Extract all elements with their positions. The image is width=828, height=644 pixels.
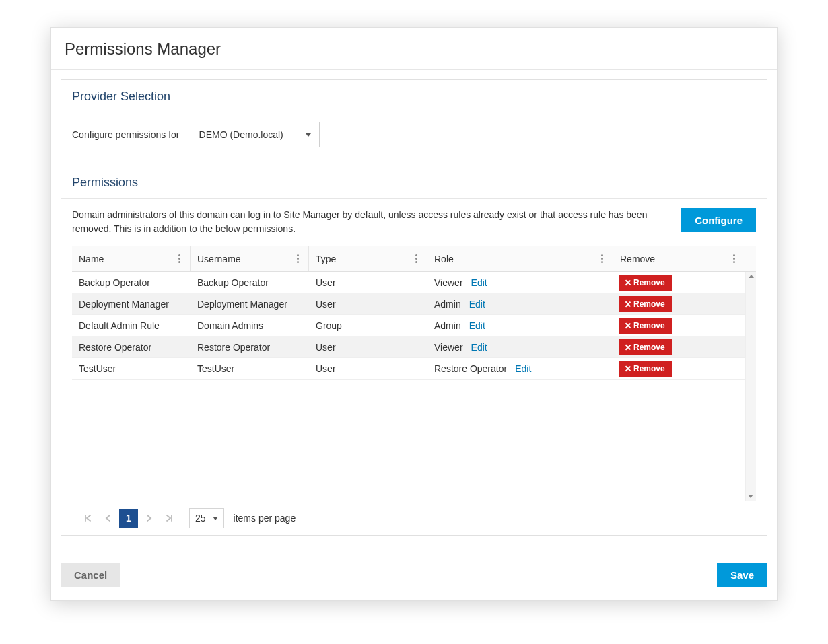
pager-prev-button[interactable] <box>99 509 118 528</box>
body-area: Provider Selection Configure permissions… <box>51 70 777 553</box>
close-icon <box>625 280 631 285</box>
edit-role-link[interactable]: Edit <box>471 277 487 288</box>
configure-button[interactable]: Configure <box>681 208 756 232</box>
grid-scrollbar[interactable] <box>745 272 756 501</box>
scroll-up-icon <box>749 275 754 278</box>
pagination-bar: 1 25 items per page <box>72 501 756 535</box>
cell-name: Restore Operator <box>79 342 151 353</box>
cell-role: Admin <box>434 320 461 331</box>
remove-button[interactable]: Remove <box>619 339 672 355</box>
cell-name: Backup Operator <box>79 277 150 288</box>
table-row: Deployment ManagerDeployment ManagerUser… <box>72 293 756 315</box>
cell-username: Restore Operator <box>197 342 270 353</box>
cancel-button[interactable]: Cancel <box>61 563 120 587</box>
pager-current-page[interactable]: 1 <box>119 509 138 528</box>
page-size-select[interactable]: 25 <box>189 508 224 528</box>
page-size-value: 25 <box>195 513 206 524</box>
grid-header: Name Username Type Role <box>72 246 756 272</box>
column-menu-icon[interactable] <box>413 252 420 266</box>
edit-role-link[interactable]: Edit <box>469 320 485 331</box>
cell-role: Admin <box>434 299 461 310</box>
cell-role: Restore Operator <box>434 363 507 374</box>
col-header-role: Role <box>434 254 598 264</box>
column-menu-icon[interactable] <box>176 252 183 266</box>
col-header-remove: Remove <box>620 254 730 264</box>
col-header-name: Name <box>79 254 176 264</box>
col-header-username: Username <box>197 254 294 264</box>
provider-selection-section: Provider Selection Configure permissions… <box>61 79 767 157</box>
close-icon <box>625 345 631 350</box>
footer: Cancel Save <box>51 553 777 600</box>
close-icon <box>625 301 631 307</box>
remove-button[interactable]: Remove <box>619 275 672 291</box>
cell-username: Domain Admins <box>197 320 263 331</box>
remove-button[interactable]: Remove <box>619 361 672 377</box>
cell-username: TestUser <box>197 363 234 374</box>
provider-label: Configure permissions for <box>72 129 180 140</box>
save-button[interactable]: Save <box>717 563 767 587</box>
table-row: Backup OperatorBackup OperatorUserViewer… <box>72 272 756 293</box>
cell-type: User <box>316 277 336 288</box>
column-menu-icon[interactable] <box>294 252 302 266</box>
cell-type: User <box>316 342 336 353</box>
provider-selection-title: Provider Selection <box>72 90 756 104</box>
remove-button[interactable]: Remove <box>619 318 672 334</box>
provider-selected-value: DEMO (Demo.local) <box>199 129 283 140</box>
permissions-title: Permissions <box>72 176 756 190</box>
pager-first-button[interactable] <box>79 509 98 528</box>
pager-label: items per page <box>234 513 296 524</box>
cell-role: Viewer <box>434 277 463 288</box>
cell-username: Deployment Manager <box>197 299 287 310</box>
pager-next-button[interactable] <box>139 509 158 528</box>
page-title-row: Permissions Manager <box>51 28 777 70</box>
cell-role: Viewer <box>434 342 463 353</box>
scroll-down-icon <box>748 495 753 498</box>
close-icon <box>625 366 631 371</box>
permissions-manager-panel: Permissions Manager Provider Selection C… <box>50 27 778 601</box>
col-header-type: Type <box>316 254 413 264</box>
cell-type: Group <box>316 320 342 331</box>
table-row: Restore OperatorRestore OperatorUserView… <box>72 336 756 358</box>
close-icon <box>625 323 631 328</box>
table-row: TestUserTestUserUserRestore OperatorEdit… <box>72 358 756 380</box>
cell-type: User <box>316 363 336 374</box>
chevron-down-icon <box>213 517 218 520</box>
cell-username: Backup Operator <box>197 277 269 288</box>
cell-name: Default Admin Rule <box>79 320 160 331</box>
column-menu-icon[interactable] <box>730 252 738 266</box>
grid-body: Backup OperatorBackup OperatorUserViewer… <box>72 272 756 501</box>
provider-select[interactable]: DEMO (Demo.local) <box>191 122 320 147</box>
permissions-section: Permissions Domain administrators of thi… <box>61 166 767 536</box>
table-row: Default Admin RuleDomain AdminsGroupAdmi… <box>72 315 756 336</box>
pager-last-button[interactable] <box>160 509 178 528</box>
cell-type: User <box>316 299 336 310</box>
permissions-message: Domain administrators of this domain can… <box>72 208 669 236</box>
remove-button[interactable]: Remove <box>619 296 672 312</box>
edit-role-link[interactable]: Edit <box>515 363 531 374</box>
cell-name: TestUser <box>79 363 116 374</box>
edit-role-link[interactable]: Edit <box>469 299 485 310</box>
permissions-grid: Name Username Type Role <box>72 246 756 535</box>
edit-role-link[interactable]: Edit <box>471 342 487 353</box>
chevron-down-icon <box>306 133 311 137</box>
column-menu-icon[interactable] <box>598 252 606 266</box>
page-title: Permissions Manager <box>65 40 763 59</box>
cell-name: Deployment Manager <box>79 299 169 310</box>
